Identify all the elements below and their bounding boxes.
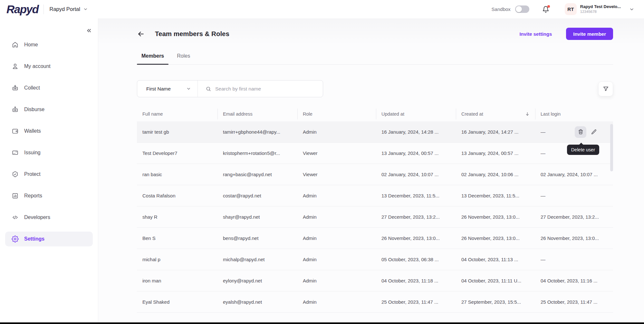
- cell-full-name: michal p: [137, 257, 217, 262]
- column-header-last-login[interactable]: Last login: [535, 107, 613, 121]
- cell-last-login: —: [535, 257, 613, 262]
- sidebar-item-reports[interactable]: Reports: [5, 188, 93, 203]
- cell-created-at: 13 December, 2023, 11:5...: [456, 193, 535, 198]
- cell-role: Admin: [297, 257, 376, 262]
- sidebar-item-wallets[interactable]: Wallets: [5, 124, 93, 138]
- cell-full-name: Ben S: [137, 235, 217, 241]
- collect-icon: [12, 84, 19, 91]
- cell-last-login: —: [535, 129, 613, 135]
- cell-created-at: 04 October, 2023, 11:13 ...: [456, 257, 535, 262]
- edit-user-button[interactable]: [589, 127, 599, 137]
- table-row[interactable]: Ben S bens@rapyd.net Admin 26 November, …: [137, 228, 613, 249]
- search-input[interactable]: [215, 86, 318, 92]
- portal-switcher[interactable]: Rapyd Portal: [49, 6, 88, 12]
- cell-email: tamirr+gbphone44@rapy...: [217, 129, 297, 135]
- bottom-edge-bar: [0, 322, 644, 324]
- cell-email: bens@rapyd.net: [217, 235, 297, 241]
- invite-settings-link[interactable]: Invite settings: [519, 31, 552, 37]
- notifications-button[interactable]: [542, 6, 549, 13]
- table-header-row: Full name Email address Role Updated at …: [137, 107, 613, 121]
- cell-updated-at: 27 December, 2023, 13:2...: [376, 214, 456, 220]
- delete-user-tooltip: Delete user: [567, 145, 599, 155]
- table-row[interactable]: shay R shayr@rapyd.net Admin 27 December…: [137, 206, 613, 228]
- table-row-partial[interactable]: [137, 313, 613, 322]
- sidebar-item-settings[interactable]: Settings: [5, 232, 93, 246]
- vertical-scrollbar[interactable]: [610, 124, 613, 171]
- cell-role: Admin: [297, 193, 376, 198]
- sidebar-item-label: Reports: [24, 193, 42, 199]
- sidebar-item-collect[interactable]: Collect: [5, 81, 93, 95]
- sidebar-item-label: My account: [24, 63, 51, 69]
- cell-updated-at: 05 October, 2023, 06:38 ...: [376, 257, 456, 262]
- sidebar-item-label: Developers: [24, 214, 50, 220]
- sidebar: Home My account Collect Disburse Wallets…: [0, 18, 98, 322]
- cell-last-login: 26 November, 2023, 13:0...: [535, 235, 613, 241]
- cell-email: eylony@rapyd.net: [217, 278, 297, 283]
- chevron-down-icon: [629, 7, 634, 12]
- table-row[interactable]: Costa Rafalson costar@rapyd.net Admin 13…: [137, 185, 613, 206]
- search-filter-control: First Name: [137, 80, 323, 97]
- delete-user-button[interactable]: [575, 126, 586, 138]
- cell-last-login: —: [535, 193, 613, 198]
- tab-roles[interactable]: Roles: [172, 53, 195, 64]
- cell-last-login: 02 January, 2024, 10:07 ...: [535, 172, 613, 177]
- cell-last-login: 27 December, 2023, 13:2...: [535, 214, 613, 220]
- back-button[interactable]: [137, 30, 145, 38]
- sidebar-item-disburse[interactable]: Disburse: [5, 102, 93, 117]
- table-row[interactable]: Test Developer7 kristopherm+rotation5@r.…: [137, 143, 613, 164]
- sidebar-item-label: Disburse: [24, 107, 44, 112]
- table-row[interactable]: iron man eylony@rapyd.net Admin 04 Octob…: [137, 270, 613, 291]
- cell-role: Admin: [297, 299, 376, 305]
- cell-email: eyalsh@rapyd.net: [217, 299, 297, 305]
- column-header-role[interactable]: Role: [297, 107, 376, 121]
- cell-role: Viewer: [297, 150, 376, 156]
- cell-full-name: shay R: [137, 214, 217, 220]
- tab-members[interactable]: Members: [137, 53, 168, 64]
- topbar: Rapyd Rapyd Portal Sandbox RT Rapyd Test…: [0, 0, 644, 18]
- sort-descending-icon: [525, 111, 530, 117]
- sidebar-item-my-account[interactable]: My account: [5, 59, 93, 74]
- account-menu[interactable]: RT Rapyd Test Develo... 12345678: [565, 3, 634, 15]
- code-icon: [12, 214, 19, 221]
- cell-full-name: iron man: [137, 278, 217, 283]
- cell-last-login: 04 October, 2023, 11:16 ...: [535, 278, 613, 283]
- sidebar-item-developers[interactable]: Developers: [5, 210, 93, 225]
- cell-full-name: tamir test gb: [137, 129, 217, 135]
- column-header-full-name[interactable]: Full name: [137, 107, 217, 121]
- filter-button[interactable]: [598, 81, 613, 96]
- cell-role: Admin: [297, 235, 376, 241]
- sidebar-collapse-button[interactable]: [86, 27, 92, 34]
- table-row[interactable]: Eyal Shaked eyalsh@rapyd.net Admin 25 Oc…: [137, 291, 613, 313]
- column-header-created-at[interactable]: Created at: [456, 107, 535, 121]
- home-icon: [12, 41, 19, 48]
- invite-member-button[interactable]: Invite member: [566, 28, 613, 40]
- sandbox-toggle[interactable]: [515, 5, 529, 13]
- sidebar-item-issuing[interactable]: Issuing: [5, 145, 93, 160]
- cell-updated-at: 16 January, 2024, 14:28 ...: [376, 129, 456, 135]
- cell-email: costar@rapyd.net: [217, 193, 297, 198]
- main-content: Team members & Roles Invite settings Inv…: [98, 18, 644, 322]
- cell-updated-at: 26 November, 2023, 13:0...: [376, 235, 456, 241]
- disburse-icon: [12, 106, 19, 113]
- chevron-down-icon: [83, 7, 88, 12]
- column-header-label: Created at: [461, 111, 483, 117]
- sidebar-item-home[interactable]: Home: [5, 37, 93, 52]
- cell-created-at: 27 September, 2023, 15:5...: [456, 299, 535, 305]
- trash-icon: [578, 129, 584, 135]
- avatar: RT: [565, 3, 577, 15]
- cell-created-at: 16 January, 2024, 14:27 ...: [456, 129, 535, 135]
- table-row[interactable]: tamir test gb tamirr+gbphone44@rapy... A…: [137, 121, 613, 143]
- filter-field-value: First Name: [146, 86, 171, 92]
- sidebar-item-label: Collect: [24, 85, 40, 91]
- table-row[interactable]: ran basic rang+basic@rapyd.net Viewer 02…: [137, 164, 613, 185]
- column-header-updated-at[interactable]: Updated at: [376, 107, 456, 121]
- filter-field-select[interactable]: First Name: [137, 81, 198, 97]
- sidebar-item-protect[interactable]: Protect: [5, 167, 93, 182]
- cell-created-at: 02 January, 2024, 10:06 ...: [456, 172, 535, 177]
- table-row[interactable]: michal p michalp@rapyd.net Admin 05 Octo…: [137, 249, 613, 270]
- cell-email: rang+basic@rapyd.net: [217, 172, 297, 177]
- cell-updated-at: 02 January, 2024, 10:07 ...: [376, 172, 456, 177]
- column-header-email[interactable]: Email address: [217, 107, 297, 121]
- cell-role: Admin: [297, 129, 376, 135]
- divider: [43, 5, 44, 14]
